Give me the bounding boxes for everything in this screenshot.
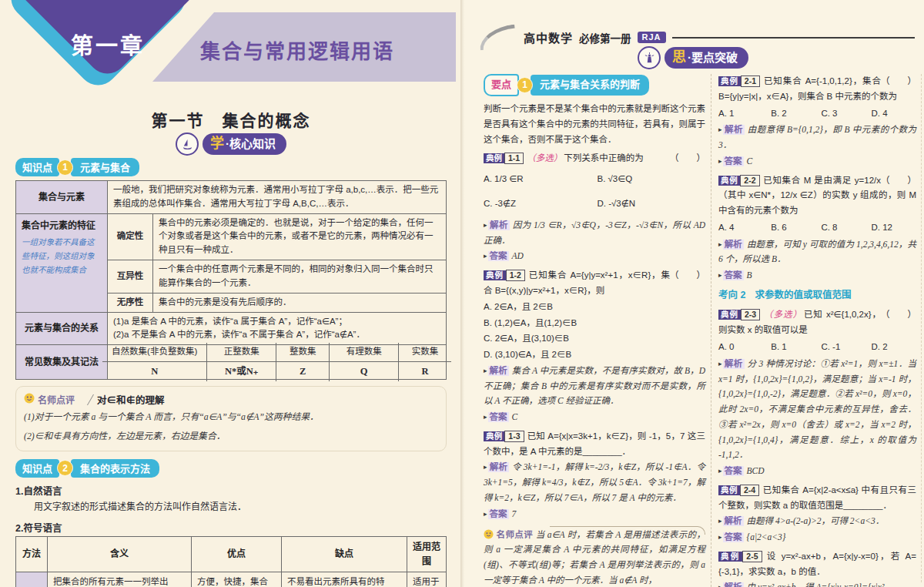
feature-text: 集合中的元素是没有先后顺序的．	[153, 293, 447, 312]
answer: ▸答案B	[718, 268, 916, 283]
answer-text: 7	[512, 509, 517, 518]
option-b: B. 2	[771, 106, 821, 122]
answer-text: AD	[512, 251, 524, 260]
teacher-comment-header: 名师点评 对∈和∉的理解	[24, 392, 438, 407]
example-2-4: 典例2-4已知集合 A={x|2-a<x≤a} 中有且只有三个整数，则实数 a …	[718, 483, 916, 545]
learn-badge-text: ·核心知识	[226, 137, 276, 151]
lighthouse-icon	[638, 46, 661, 69]
option-a: A. 1	[718, 106, 771, 122]
left-page: 第一章 集合与常用逻辑用语 第一节 集合的概念 学 ·核心知识 知识点 1 元素…	[0, 0, 462, 587]
comment-line-1: (1)对于一个元素 a 与一个集合 A 而言，只有“a∈A”与“a∉A”这两种结…	[24, 409, 438, 425]
example-number: 1-3	[504, 431, 524, 442]
method-scope: 适用于表示元素个数较少的集合．	[407, 572, 447, 587]
multi-select-tag: （多选）	[763, 310, 802, 319]
chapter-label: 第一章	[54, 28, 162, 60]
teacher-comment-label: 名师点评	[497, 530, 534, 539]
example-2-5: 典例2-5设 y=x²-ax+b，A={x|y-x=0}，若 A={-3,1}，…	[718, 549, 916, 587]
option-d: D. 2	[871, 340, 916, 355]
natural-language-heading: 1.自然语言	[15, 483, 447, 498]
think-badge-pill: 思 ·要点突破	[665, 47, 748, 69]
book-title: 高中数学	[524, 29, 573, 45]
book-spread: 第一章 集合与常用逻辑用语 第一节 集合的概念 学 ·核心知识 知识点 1 元素…	[0, 0, 924, 587]
options-grid: A. 0 B. 1 C. -1 D. 2	[718, 340, 916, 355]
solution: ▸解析因为 1/3 ∈R，√3∉Q，-3∈Z，-√3∉N，所以 AD 正确．	[484, 218, 705, 249]
solution: ▸解析由 y=x²-ax+b，得 A={x|y-x=0}={x|x²-	[718, 580, 916, 587]
answer-label: 答案	[723, 466, 744, 476]
solution: ▸解析由题意得 B={0,1,2}，即 B 中元素的个数为 3．	[718, 122, 916, 153]
column-header: 缺点	[282, 537, 407, 572]
think-badge: 思 ·要点突破	[462, 46, 924, 69]
triangle-marker: ▸	[718, 271, 722, 279]
example-badge: 典例	[718, 310, 741, 320]
triangle-marker: ▸	[718, 126, 722, 133]
chapter-title: 集合与常用逻辑用语	[200, 35, 394, 64]
question-stem-line: （ ） 典例2-1已知集合 A={-1,0,1,2}，集合 B={y|y=|x|…	[718, 74, 916, 105]
options-grid: A. 1 B. 2 C. 3 D. 4	[718, 106, 916, 122]
think-badge-text: ·要点突破	[688, 51, 738, 65]
left-column: 要点 1 元素与集合关系的判断 判断一个元素是不是某个集合中的元素就是判断这个元…	[484, 74, 705, 587]
solution-text: 因为 1/3 ∈R，√3∉Q，-3∈Z，-√3∉N，所以 AD 正确．	[484, 220, 705, 245]
answer-paren: （ ）	[881, 307, 916, 323]
question-stem-line: （ ） 典例1-1（多选）下列关系中正确的为	[484, 151, 705, 166]
teacher-comment-label: 名师点评	[38, 393, 75, 406]
page-header: 高中数学 必修第一册 RJA	[479, 26, 915, 49]
example-2-1: （ ） 典例2-1已知集合 A={-1,0,1,2}，集合 B={y|y=|x|…	[718, 74, 916, 169]
option-a: A. 4	[718, 220, 771, 236]
handwritten-note: 一组对象若不具备这些特征，则这组对象也就不能构成集合	[22, 236, 102, 277]
example-number: 2-4	[740, 485, 759, 496]
column-header: 方法	[16, 537, 48, 572]
option-d: D. -√3∉N	[598, 196, 706, 212]
solution-text: 分 3 种情况讨论：①若 x²=1，则 x=±1．当 x=1 时，{1,0,2x…	[718, 359, 916, 460]
table-row-header: 集合与元素	[16, 181, 108, 214]
example-badge: 典例	[718, 176, 740, 186]
answer-label: 答案	[488, 509, 509, 519]
numset-header: 整数集	[276, 343, 329, 361]
smiley-icon	[24, 393, 35, 406]
knowledge-point-label: 知识点	[15, 459, 59, 478]
solution: ▸解析令 3k+1=-1，解得 k=-2/3，k∉Z，所以 -1∉A．令 3k+…	[484, 460, 705, 505]
solution: ▸解析分 3 种情况讨论：①若 x²=1，则 x=±1．当 x=1 时，{1,0…	[718, 357, 916, 463]
answer-label: 答案	[488, 251, 509, 261]
feature-text: 集合中的元素必须是确定的．也就是说，对于一个给定的集合，任何一个对象或者是这个集…	[153, 213, 447, 260]
example-1-1: （ ） 典例1-1（多选）下列关系中正确的为 A. 1/3 ∈R B. √3∈Q…	[484, 151, 705, 265]
method-cons: 不易看出元素所具有的特征，且有些集合是不能用列举法表示的，如 2x-3>0 的解…	[282, 572, 407, 587]
learn-badge-accent: 学	[210, 136, 224, 153]
numset-header: 有理数集	[330, 343, 399, 361]
page-gutter	[460, 0, 464, 587]
solution-label: 解析	[723, 125, 745, 135]
options-grid: A. 4 B. 6 C. 8 D. 12	[718, 220, 916, 236]
example-number: 2-1	[741, 75, 760, 87]
triangle-marker: ▸	[484, 463, 487, 471]
corner-swoosh-decoration	[478, 25, 517, 51]
natural-language-text: 用文字叙述的形式描述集合的方法叫作自然语言法．	[15, 499, 447, 515]
question-stem-line: 典例2-4已知集合 A={x|2-a<x≤a} 中有且只有三个整数，则实数 a …	[718, 483, 916, 514]
option-d: D. (3,10)∈A，且 2∈B	[484, 347, 705, 363]
teacher-comment-box: 名师点评 对∈和∉的理解 (1)对于一个元素 a 与一个集合 A 而言，只有“a…	[15, 386, 447, 451]
keypoint-title: 元素与集合关系的判断	[531, 75, 649, 96]
triangle-marker: ▸	[484, 510, 487, 518]
example-badge: 典例	[718, 485, 740, 495]
knowledge-point-1-badge: 知识点 1 元素与集合	[15, 158, 447, 176]
option-a: A. 2∈A，且 2∈B	[484, 300, 705, 315]
numset-symbol: Z	[276, 361, 329, 381]
option-b: B. 6	[771, 220, 821, 236]
numset-symbol: N*或N₊	[207, 361, 276, 381]
answer-paren: （ ）	[670, 151, 705, 166]
example-number: 2-5	[742, 551, 762, 562]
numset-symbol: R	[398, 361, 451, 381]
table-cell: 自然数集(非负整数集) 正整数集 整数集 有理数集 实数集 N N*或N₊ Z	[108, 345, 447, 380]
right-page: 高中数学 必修第一册 RJA 思 ·要点突破 要点 1 元素与集合关系的判断	[462, 0, 924, 587]
solution-label: 解析	[723, 582, 744, 587]
example-badge: 典例	[484, 153, 504, 163]
knowledge-point-2-badge: 知识点 2 集合的表示方法	[15, 459, 447, 478]
smiley-icon	[484, 530, 497, 539]
question-stem-line: （ ） 典例2-3（多选）已知 x²∈{1,0,2x}，则实数 x 的取值可以是	[718, 307, 916, 338]
solution: ▸解析由题得 4>a-(2-a)>2，可得 2<a<3．	[718, 514, 916, 529]
option-d: D. 4	[871, 106, 916, 122]
book-volume: 必修第一册	[579, 30, 631, 45]
relation-line-1: (1)a 是集合 A 中的元素，读作“a 属于集合 A”，记作“a∈A”；	[113, 315, 440, 329]
answer-label: 答案	[488, 412, 509, 422]
column-header: 优点	[192, 537, 282, 572]
teacher-comment-box: 名师点评 当 a∈A 时，若集合 A 是用描述法表示的，则 a 一定满足集合 A…	[484, 526, 705, 587]
multi-select-tag: （多选）	[527, 153, 562, 163]
